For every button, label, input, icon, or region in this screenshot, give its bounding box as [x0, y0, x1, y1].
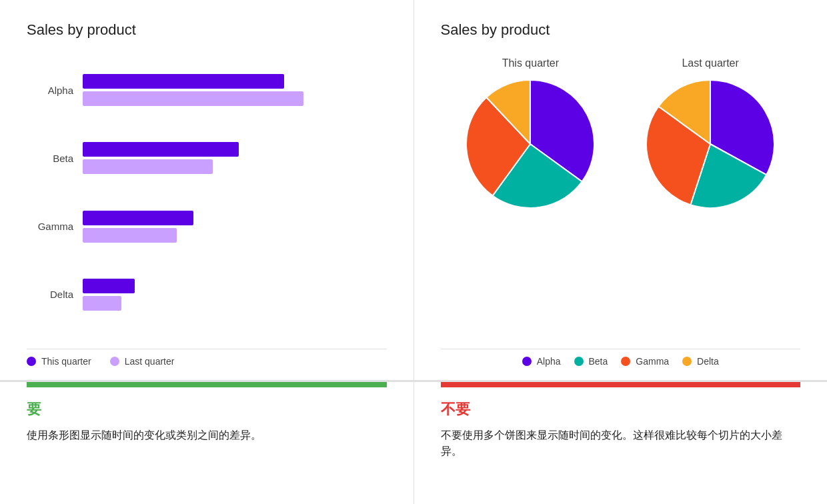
pie-legend-label: Gamma — [636, 356, 669, 367]
right-panel-title: Sales by product — [441, 21, 801, 39]
pie-svg-wrapper — [644, 77, 777, 213]
bar-secondary — [83, 159, 213, 174]
bar-secondary — [83, 296, 121, 311]
bar-secondary — [83, 228, 177, 243]
pie-legend-dot — [621, 357, 630, 366]
bar-row-label: Delta — [27, 289, 73, 300]
pie-legend-item: Delta — [682, 356, 719, 367]
pie-legend-label: Alpha — [537, 356, 561, 367]
bar-secondary — [83, 91, 303, 106]
left-panel-title: Sales by product — [27, 21, 387, 39]
bar-group — [83, 211, 193, 243]
pie-section: This quarterLast quarter — [441, 57, 801, 341]
pie-container: This quarter — [464, 57, 597, 213]
pie-container: Last quarter — [644, 57, 777, 213]
legend-item: Last quarter — [110, 356, 175, 367]
legend-label: This quarter — [41, 356, 91, 367]
bar-row: Gamma — [27, 211, 387, 243]
bottom-panel-good: 要 使用条形图显示随时间的变化或类别之间的差异。 — [0, 382, 414, 504]
pie-chart-label: This quarter — [502, 57, 559, 69]
legend-dot — [110, 357, 119, 366]
bad-bar — [441, 382, 801, 387]
left-panel: Sales by product AlphaBetaGammaDelta Thi… — [0, 0, 414, 380]
bar-row: Beta — [27, 142, 387, 174]
bar-primary — [83, 211, 193, 225]
pie-legend-item: Alpha — [522, 356, 561, 367]
bar-row-label: Gamma — [27, 221, 73, 232]
bad-text: 不要使用多个饼图来显示随时间的变化。这样很难比较每个切片的大小差异。 — [441, 427, 801, 459]
good-label: 要 — [27, 399, 387, 419]
good-text: 使用条形图显示随时间的变化或类别之间的差异。 — [27, 427, 387, 443]
pie-svg-wrapper — [464, 77, 597, 213]
pie-legend-dot — [682, 357, 692, 366]
pie-chart-label: Last quarter — [682, 57, 738, 69]
bar-row: Delta — [27, 279, 387, 311]
good-bar — [27, 382, 387, 387]
pie-legend-dot — [574, 357, 584, 366]
bar-row: Alpha — [27, 74, 387, 106]
pie-legend: AlphaBetaGammaDelta — [441, 349, 801, 367]
bar-group — [83, 279, 135, 311]
pie-legend-label: Beta — [589, 356, 608, 367]
bottom-panel-bad: 不要 不要使用多个饼图来显示随时间的变化。这样很难比较每个切片的大小差异。 — [414, 382, 828, 504]
legend-label: Last quarter — [125, 356, 175, 367]
legend-dot — [27, 357, 36, 366]
bad-label: 不要 — [441, 399, 801, 419]
pie-svg — [644, 77, 777, 211]
pie-legend-item: Beta — [574, 356, 608, 367]
pie-legend-label: Delta — [697, 356, 719, 367]
bar-row-label: Beta — [27, 153, 73, 164]
bar-primary — [83, 74, 284, 89]
bar-chart-legend: This quarterLast quarter — [27, 349, 387, 367]
pie-svg — [464, 77, 597, 211]
bar-primary — [83, 142, 239, 157]
bottom-row: 要 使用条形图显示随时间的变化或类别之间的差异。 不要 不要使用多个饼图来显示随… — [0, 380, 827, 504]
right-panel: Sales by product This quarterLast quarte… — [414, 0, 828, 380]
bar-primary — [83, 279, 135, 293]
bar-group — [83, 142, 239, 174]
legend-item: This quarter — [27, 356, 91, 367]
bar-group — [83, 74, 303, 106]
pie-legend-item: Gamma — [621, 356, 669, 367]
bar-chart: AlphaBetaGammaDelta — [27, 57, 387, 337]
pie-legend-dot — [522, 357, 532, 366]
bar-row-label: Alpha — [27, 85, 73, 96]
